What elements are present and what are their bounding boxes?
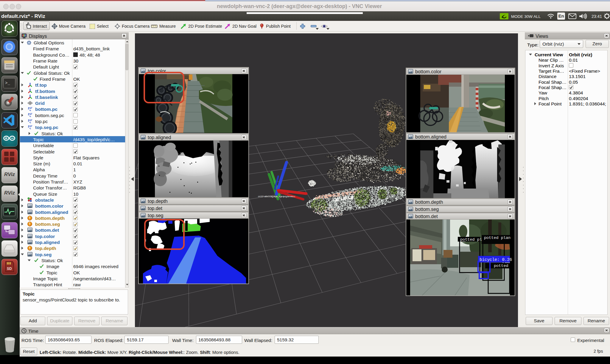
svg-text:SD: SD xyxy=(7,267,12,271)
svg-text:>_: >_ xyxy=(5,81,10,85)
